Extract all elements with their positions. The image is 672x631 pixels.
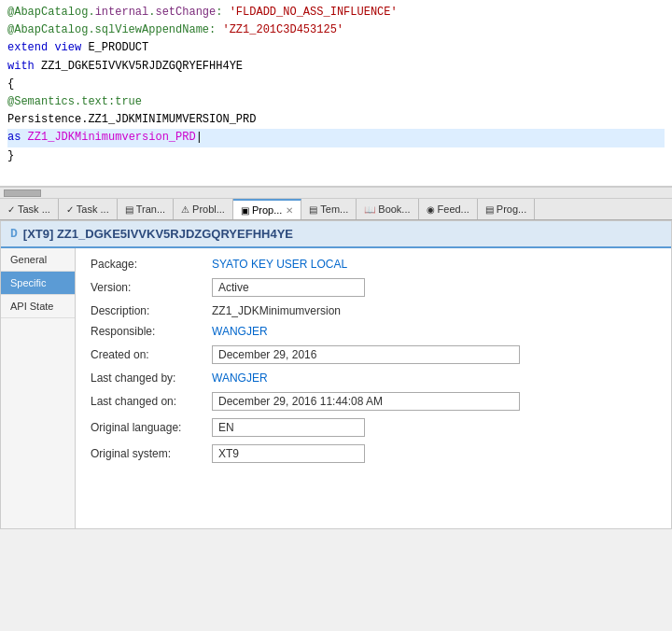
props-body: GeneralSpecificAPI State Package:SYATO K… [1,248,671,528]
props-content: Package:SYATO KEY USER LOCALVersion:Desc… [76,248,671,528]
form-row-2: Description:ZZ1_JDKMinimumversion [91,304,656,317]
tab-icon-problems: ⚠ [181,204,189,215]
scrollbar-thumb[interactable] [4,189,41,197]
code-line-l2: @AbapCatalog.sqlViewAppendName: 'ZZ1_201… [7,21,665,39]
tab-template[interactable]: ▤Tem... [301,199,357,219]
form-label-1: Version: [91,281,212,294]
tab-icon-bookmarks: 📖 [364,204,375,215]
props-header: D [XT9] ZZ1_DGKE5IVVKV5RJDZGQRYEFHH4YE [1,221,671,248]
tab-icon-feed: ◉ [427,204,435,215]
tab-label-feed: Feed... [438,203,469,215]
tab-icon-template: ▤ [309,204,317,215]
tab-label-prog: Prog... [497,203,526,215]
code-line-l7: Persistence.ZZ1_JDKMINIMUMVERSION_PRD [7,111,665,129]
form-row-3: Responsible:WANGJER [91,325,656,338]
form-input-wide-6[interactable] [212,392,520,411]
tab-icon-prog: ▤ [485,204,494,215]
tab-label-task1: Task ... [18,203,50,215]
tab-icon-task2: ✓ [66,204,74,215]
form-row-7: Original language: [91,418,656,437]
form-label-3: Responsible: [91,325,212,338]
tab-icon-props: ▣ [241,205,249,216]
form-input-wide-4[interactable] [212,345,520,364]
form-input-1[interactable] [212,278,365,297]
code-line-l3: extend view E_PRODUCT [7,39,665,57]
tab-label-template: Tem... [320,203,348,215]
form-label-2: Description: [91,304,212,317]
tab-label-bookmarks: Book... [378,203,410,215]
form-link-0[interactable]: SYATO KEY USER LOCAL [212,258,347,271]
form-value-2: ZZ1_JDKMinimumversion [212,304,341,317]
tab-icon-task1: ✓ [7,204,15,215]
form-row-8: Original system: [91,444,656,463]
tab-problems[interactable]: ⚠Probl... [174,199,233,219]
form-label-6: Last changed on: [91,395,212,408]
props-header-icon: D [10,227,18,241]
code-editor[interactable]: @AbapCatalog.internal.setChange: 'FLDADD… [0,0,672,187]
tab-trans[interactable]: ▤Tran... [118,199,174,219]
form-row-5: Last changed by:WANGJER [91,372,656,385]
nav-item-general[interactable]: General [1,248,75,272]
properties-panel: D [XT9] ZZ1_DGKE5IVVKV5RJDZGQRYEFHH4YE G… [0,220,672,529]
horizontal-scrollbar[interactable] [0,187,672,198]
nav-item-api_state[interactable]: API State [1,295,75,318]
form-label-7: Original language: [91,421,212,434]
form-row-4: Created on: [91,345,656,364]
form-row-1: Version: [91,278,656,297]
form-link-5[interactable]: WANGJER [212,372,268,385]
props-header-title: [XT9] ZZ1_DGKE5IVVKV5RJDZGQRYEFHH4YE [23,227,293,241]
form-label-5: Last changed by: [91,372,212,385]
tab-bookmarks[interactable]: 📖Book... [357,199,418,219]
tab-close-props[interactable]: ✕ [286,205,293,216]
tab-prog[interactable]: ▤Prog... [478,199,535,219]
code-line-l6: @Semantics.text:true [7,93,665,111]
form-link-3[interactable]: WANGJER [212,325,268,338]
tab-task2[interactable]: ✓Task ... [59,199,118,219]
tab-icon-trans: ▤ [125,204,133,215]
code-line-l4: with ZZ1_DGKE5IVVKV5RJDZGQRYEFHH4YE [7,58,665,76]
nav-item-specific[interactable]: Specific [1,272,75,295]
code-line-l9: } [7,147,665,165]
form-label-8: Original system: [91,447,212,460]
tab-label-problems: Probl... [192,203,225,215]
tab-task1[interactable]: ✓Task ... [0,199,59,219]
form-label-0: Package: [91,258,212,271]
form-label-4: Created on: [91,348,212,361]
form-row-6: Last changed on: [91,392,656,411]
code-line-l1: @AbapCatalog.internal.setChange: 'FLDADD… [7,4,665,21]
form-input-8[interactable] [212,444,365,463]
form-row-0: Package:SYATO KEY USER LOCAL [91,258,656,271]
tab-label-task2: Task ... [77,203,109,215]
tab-bar: ✓Task ...✓Task ...▤Tran...⚠Probl...▣Prop… [0,198,672,220]
tab-props[interactable]: ▣Prop...✕ [233,199,301,219]
tab-label-props: Prop... [252,204,282,216]
code-line-l5: { [7,76,665,93]
tab-feed[interactable]: ◉Feed... [419,199,478,219]
props-nav: GeneralSpecificAPI State [1,248,76,528]
code-line-l8: as ZZ1_JDKMinimumversion_PRD| [7,129,665,147]
form-input-7[interactable] [212,418,365,437]
tab-label-trans: Tran... [136,203,165,215]
